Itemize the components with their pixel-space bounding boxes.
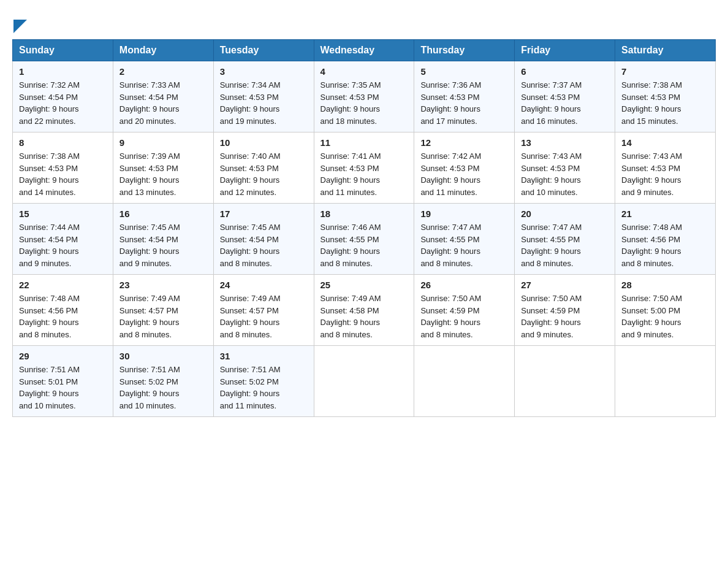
day-info: Sunrise: 7:43 AMSunset: 4:53 PMDaylight:… [521,151,582,197]
calendar-cell: 18 Sunrise: 7:46 AMSunset: 4:55 PMDaylig… [314,204,414,275]
calendar-cell: 15 Sunrise: 7:44 AMSunset: 4:54 PMDaylig… [13,204,113,275]
day-number: 13 [521,137,609,148]
day-info: Sunrise: 7:51 AMSunset: 5:02 PMDaylight:… [119,365,180,410]
calendar-cell: 25 Sunrise: 7:49 AMSunset: 4:58 PMDaylig… [314,275,414,346]
calendar-header-row: SundayMondayTuesdayWednesdayThursdayFrid… [13,40,716,61]
calendar-cell: 5 Sunrise: 7:36 AMSunset: 4:53 PMDayligh… [414,61,515,132]
calendar-cell: 27 Sunrise: 7:50 AMSunset: 4:59 PMDaylig… [515,275,615,346]
day-number: 30 [119,351,207,361]
calendar-cell: 19 Sunrise: 7:47 AMSunset: 4:55 PMDaylig… [414,204,515,275]
day-info: Sunrise: 7:47 AMSunset: 4:55 PMDaylight:… [521,223,582,268]
day-info: Sunrise: 7:38 AMSunset: 4:53 PMDaylight:… [19,151,80,197]
day-info: Sunrise: 7:50 AMSunset: 4:59 PMDaylight:… [420,294,481,339]
column-header-friday: Friday [515,40,615,61]
calendar-cell [314,346,414,417]
calendar-week-row: 1 Sunrise: 7:32 AMSunset: 4:54 PMDayligh… [13,61,716,132]
day-number: 26 [420,280,508,290]
column-header-saturday: Saturday [615,40,716,61]
calendar-cell: 22 Sunrise: 7:48 AMSunset: 4:56 PMDaylig… [13,275,113,346]
day-number: 8 [19,137,107,148]
calendar-cell: 11 Sunrise: 7:41 AMSunset: 4:53 PMDaylig… [314,132,414,204]
day-info: Sunrise: 7:51 AMSunset: 5:01 PMDaylight:… [19,365,80,410]
day-number: 4 [320,66,408,77]
calendar-cell: 3 Sunrise: 7:34 AMSunset: 4:53 PMDayligh… [213,61,314,132]
day-info: Sunrise: 7:34 AMSunset: 4:53 PMDaylight:… [220,80,281,126]
calendar-cell: 30 Sunrise: 7:51 AMSunset: 5:02 PMDaylig… [113,346,213,417]
day-number: 16 [119,209,207,219]
calendar-cell [515,346,615,417]
calendar-week-row: 29 Sunrise: 7:51 AMSunset: 5:01 PMDaylig… [13,346,716,417]
calendar-cell: 29 Sunrise: 7:51 AMSunset: 5:01 PMDaylig… [13,346,113,417]
day-number: 22 [19,280,107,290]
day-info: Sunrise: 7:47 AMSunset: 4:55 PMDaylight:… [420,223,481,268]
day-info: Sunrise: 7:48 AMSunset: 4:56 PMDaylight:… [621,223,682,268]
calendar-cell: 26 Sunrise: 7:50 AMSunset: 4:59 PMDaylig… [414,275,515,346]
day-number: 28 [621,280,709,290]
day-info: Sunrise: 7:49 AMSunset: 4:57 PMDaylight:… [220,294,281,339]
day-number: 20 [521,209,609,219]
day-number: 7 [621,66,709,77]
calendar-cell: 17 Sunrise: 7:45 AMSunset: 4:54 PMDaylig… [213,204,314,275]
day-number: 29 [19,351,107,361]
calendar-cell: 4 Sunrise: 7:35 AMSunset: 4:53 PMDayligh… [314,61,414,132]
calendar-cell: 31 Sunrise: 7:51 AMSunset: 5:02 PMDaylig… [213,346,314,417]
day-number: 19 [420,209,508,219]
day-info: Sunrise: 7:51 AMSunset: 5:02 PMDaylight:… [220,365,281,410]
calendar-cell: 14 Sunrise: 7:43 AMSunset: 4:53 PMDaylig… [615,132,716,204]
calendar-cell: 1 Sunrise: 7:32 AMSunset: 4:54 PMDayligh… [13,61,113,132]
calendar-cell: 20 Sunrise: 7:47 AMSunset: 4:55 PMDaylig… [515,204,615,275]
day-number: 24 [220,280,308,290]
day-info: Sunrise: 7:45 AMSunset: 4:54 PMDaylight:… [220,223,281,268]
day-number: 3 [220,66,308,77]
column-header-monday: Monday [113,40,213,61]
logo-triangle-icon [13,20,27,33]
day-info: Sunrise: 7:48 AMSunset: 4:56 PMDaylight:… [19,294,80,339]
calendar-cell: 13 Sunrise: 7:43 AMSunset: 4:53 PMDaylig… [515,132,615,204]
calendar-cell: 12 Sunrise: 7:42 AMSunset: 4:53 PMDaylig… [414,132,515,204]
day-info: Sunrise: 7:42 AMSunset: 4:53 PMDaylight:… [420,151,481,197]
day-number: 27 [521,280,609,290]
calendar-table: SundayMondayTuesdayWednesdayThursdayFrid… [12,39,716,417]
calendar-cell: 16 Sunrise: 7:45 AMSunset: 4:54 PMDaylig… [113,204,213,275]
column-header-thursday: Thursday [414,40,515,61]
calendar-cell: 9 Sunrise: 7:39 AMSunset: 4:53 PMDayligh… [113,132,213,204]
day-number: 1 [19,66,107,77]
day-number: 6 [521,66,609,77]
day-number: 11 [320,137,408,148]
calendar-cell: 8 Sunrise: 7:38 AMSunset: 4:53 PMDayligh… [13,132,113,204]
day-number: 15 [19,209,107,219]
day-info: Sunrise: 7:50 AMSunset: 4:59 PMDaylight:… [521,294,582,339]
calendar-cell: 6 Sunrise: 7:37 AMSunset: 4:53 PMDayligh… [515,61,615,132]
day-info: Sunrise: 7:49 AMSunset: 4:58 PMDaylight:… [320,294,381,339]
day-number: 17 [220,209,308,219]
day-number: 12 [420,137,508,148]
day-info: Sunrise: 7:35 AMSunset: 4:53 PMDaylight:… [320,80,381,126]
day-number: 2 [119,66,207,77]
day-number: 5 [420,66,508,77]
day-number: 23 [119,280,207,290]
day-info: Sunrise: 7:33 AMSunset: 4:54 PMDaylight:… [119,80,180,126]
svg-marker-0 [13,20,27,33]
day-number: 10 [220,137,308,148]
day-number: 21 [621,209,709,219]
day-info: Sunrise: 7:41 AMSunset: 4:53 PMDaylight:… [320,151,381,197]
calendar-week-row: 8 Sunrise: 7:38 AMSunset: 4:53 PMDayligh… [13,132,716,204]
calendar-cell: 24 Sunrise: 7:49 AMSunset: 4:57 PMDaylig… [213,275,314,346]
day-number: 9 [119,137,207,148]
column-header-wednesday: Wednesday [314,40,414,61]
day-info: Sunrise: 7:38 AMSunset: 4:53 PMDaylight:… [621,80,682,126]
calendar-cell [615,346,716,417]
day-info: Sunrise: 7:44 AMSunset: 4:54 PMDaylight:… [19,223,80,268]
column-header-tuesday: Tuesday [213,40,314,61]
column-header-sunday: Sunday [13,40,113,61]
calendar-week-row: 22 Sunrise: 7:48 AMSunset: 4:56 PMDaylig… [13,275,716,346]
calendar-week-row: 15 Sunrise: 7:44 AMSunset: 4:54 PMDaylig… [13,204,716,275]
day-number: 18 [320,209,408,219]
calendar-cell: 2 Sunrise: 7:33 AMSunset: 4:54 PMDayligh… [113,61,213,132]
logo [12,12,27,33]
calendar-cell: 23 Sunrise: 7:49 AMSunset: 4:57 PMDaylig… [113,275,213,346]
day-number: 31 [220,351,308,361]
calendar-cell: 10 Sunrise: 7:40 AMSunset: 4:53 PMDaylig… [213,132,314,204]
day-number: 14 [621,137,709,148]
day-info: Sunrise: 7:40 AMSunset: 4:53 PMDaylight:… [220,151,281,197]
